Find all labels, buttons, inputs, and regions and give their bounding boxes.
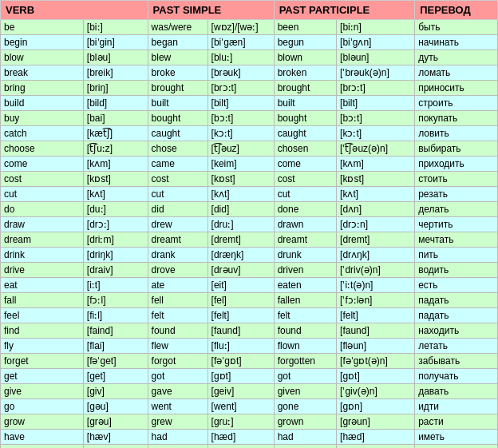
cell-translation: быть (415, 20, 498, 35)
table-row: feel[fiːl]felt[felt]felt[felt]падать (1, 308, 498, 323)
cell-translation: находить (415, 323, 498, 339)
cell-verb: come (1, 157, 84, 172)
cell-past-simple: felt (148, 308, 208, 323)
cell-verb-pron: [kæt͡ʃ] (83, 126, 148, 141)
cell-verb: have (1, 430, 84, 445)
cell-past-participle: heard (274, 445, 336, 449)
cell-past-simple: dreamt (148, 232, 208, 248)
cell-pp-pron: [kɔːt] (337, 126, 415, 141)
cell-past-simple: cost (148, 172, 208, 187)
cell-verb: eat (1, 278, 84, 293)
cell-pp-pron: [ˈt͡ʃəuz(ə)n] (337, 141, 415, 157)
cell-verb-pron: [kɒst] (83, 172, 148, 187)
table-row: go[gəu]went[went]gone[gɒn]идти (1, 399, 498, 414)
cell-past-simple: broke (148, 65, 208, 81)
cell-verb: go (1, 399, 84, 414)
cell-past-simple: was/were (148, 20, 208, 35)
cell-past-participle: drunk (274, 248, 336, 263)
cell-ps-pron: [hæd] (208, 430, 274, 445)
table-row: catch[kæt͡ʃ]caught[kɔːt]caught[kɔːt]лови… (1, 126, 498, 141)
cell-past-simple: built (148, 96, 208, 111)
header-past-simple: PAST SIMPLE (148, 1, 274, 20)
cell-past-simple: ate (148, 278, 208, 293)
cell-verb-pron: [grəu] (83, 414, 148, 430)
cell-verb: bring (1, 81, 84, 96)
cell-ps-pron: [felt] (208, 308, 274, 323)
header-verb: VERB (1, 1, 148, 20)
table-row: have[hæv]had[hæd]had[hæd]иметь (1, 430, 498, 445)
cell-verb: forget (1, 354, 84, 369)
table-row: eat[iːt]ate[eit]eaten[ˈiːt(ə)n]есть (1, 278, 498, 293)
cell-pp-pron: [bilt] (337, 96, 415, 111)
cell-pp-pron: [ˈbrəuk(ə)n] (337, 65, 415, 81)
cell-verb-pron: [draiv] (83, 263, 148, 278)
cell-past-participle: been (274, 20, 336, 35)
cell-translation: идти (415, 399, 498, 414)
cell-verb-pron: [biː] (83, 20, 148, 35)
cell-past-participle: come (274, 157, 336, 172)
cell-pp-pron: [bləun] (337, 50, 415, 65)
cell-ps-pron: [keim] (208, 157, 274, 172)
header-translation: ПЕРЕВОД (415, 1, 498, 20)
cell-verb: fly (1, 339, 84, 354)
cell-translation: стоить (415, 172, 498, 187)
table-row: dream[driːm]dreamt[dremt]dreamt[dremt]ме… (1, 232, 498, 248)
table-row: bring[briŋ]brought[brɔːt]brought[brɔːt]п… (1, 81, 498, 96)
cell-ps-pron: [wɒz]/[wəː] (208, 20, 274, 35)
cell-past-participle: done (274, 202, 336, 217)
cell-past-simple: caught (148, 126, 208, 141)
cell-past-participle: forgotten (274, 354, 336, 369)
cell-verb-pron: [briŋ] (83, 81, 148, 96)
cell-verb: fall (1, 293, 84, 308)
cell-translation: приносить (415, 81, 498, 96)
cell-translation: покупать (415, 111, 498, 126)
table-row: fall[fɔːl]fell[fel]fallen[ˈfɔːlən]падать (1, 293, 498, 308)
cell-pp-pron: [ˈiːt(ə)n] (337, 278, 415, 293)
cell-translation: падать (415, 308, 498, 323)
cell-past-simple: went (148, 399, 208, 414)
cell-past-simple: heard (148, 445, 208, 449)
cell-past-simple: cut (148, 187, 208, 202)
cell-verb-pron: [gəu] (83, 399, 148, 414)
cell-translation: делать (415, 202, 498, 217)
cell-verb-pron: [hæv] (83, 430, 148, 445)
cell-past-simple: chose (148, 141, 208, 157)
cell-pp-pron: [dremt] (337, 232, 415, 248)
cell-past-simple: found (148, 323, 208, 339)
cell-past-participle: fallen (274, 293, 336, 308)
cell-past-simple: grew (148, 414, 208, 430)
cell-past-participle: found (274, 323, 336, 339)
cell-verb-pron: [kʌt] (83, 187, 148, 202)
table-row: choose[t͡ʃuːz]chose[t͡ʃəuz]chosen[ˈt͡ʃəu… (1, 141, 498, 157)
cell-verb: break (1, 65, 84, 81)
cell-past-simple: had (148, 430, 208, 445)
cell-ps-pron: [kɔːt] (208, 126, 274, 141)
cell-verb-pron: [duː] (83, 202, 148, 217)
table-row: drink[driŋk]drank[dræŋk]drunk[drʌŋk]пить (1, 248, 498, 263)
cell-ps-pron: [drəuv] (208, 263, 274, 278)
cell-pp-pron: [ˈgiv(ə)n] (337, 384, 415, 399)
cell-verb: buy (1, 111, 84, 126)
cell-pp-pron: [kʌm] (337, 157, 415, 172)
table-row: buy[bai]bought[bɔːt]bought[bɔːt]покупать (1, 111, 498, 126)
cell-translation: есть (415, 278, 498, 293)
cell-translation: падать (415, 293, 498, 308)
cell-translation: расти (415, 414, 498, 430)
cell-past-simple: bought (148, 111, 208, 126)
cell-past-simple: flew (148, 339, 208, 354)
cell-past-participle: blown (274, 50, 336, 65)
cell-verb-pron: [drɔː] (83, 217, 148, 232)
cell-ps-pron: [brəuk] (208, 65, 274, 81)
cell-ps-pron: [kɒst] (208, 172, 274, 187)
cell-translation: пить (415, 248, 498, 263)
cell-pp-pron: [fəˈgɒt(ə)n] (337, 354, 415, 369)
cell-past-simple: forgot (148, 354, 208, 369)
table-row: get[get]got[gɒt]got[gɒt]получать (1, 369, 498, 384)
cell-verb: drive (1, 263, 84, 278)
cell-ps-pron: [gruː] (208, 414, 274, 430)
cell-verb-pron: [bai] (83, 111, 148, 126)
table-row: forget[fəˈget]forgot[fəˈgɒt]forgotten[fə… (1, 354, 498, 369)
table-row: find[faind]found[faund]found[faund]наход… (1, 323, 498, 339)
cell-verb: build (1, 96, 84, 111)
cell-past-participle: driven (274, 263, 336, 278)
